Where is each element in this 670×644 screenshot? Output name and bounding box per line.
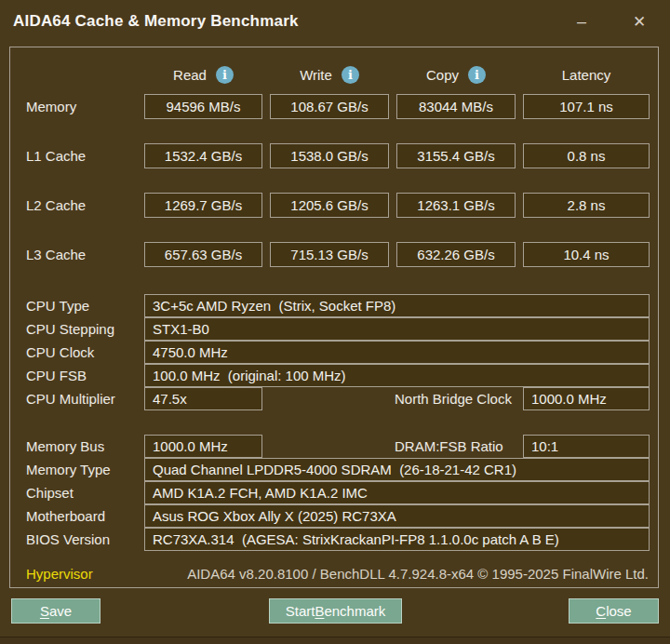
l3-write-value: 715.13 GB/s: [270, 242, 389, 267]
latency-header-label: Latency: [562, 67, 611, 83]
version-text: AIDA64 v8.20.8100 / BenchDLL 4.7.924.8-x…: [187, 564, 649, 584]
memory-type-label: Memory Type: [26, 458, 111, 481]
cpu-stepping-value: STX1-B0: [144, 317, 650, 341]
close-button[interactable]: Close: [569, 598, 659, 624]
chipset-value: AMD K1A.2 FCH, AMD K1A.2 IMC: [144, 481, 650, 504]
bios-version-value: RC73XA.314 (AGESA: StrixKrackanPI-FP8 1.…: [144, 528, 650, 551]
cpu-stepping-label: CPU Stepping: [26, 317, 114, 341]
close-icon: ✕: [633, 12, 646, 32]
motherboard-value: Asus ROG Xbox Ally X (2025) RC73XA: [144, 504, 650, 528]
write-info-icon[interactable]: i: [342, 66, 359, 84]
motherboard-label: Motherboard: [26, 504, 105, 528]
cpu-type-value: 3C+5c AMD Ryzen (Strix, Socket FP8): [144, 294, 650, 317]
l2-latency-value: 2.8 ns: [523, 193, 650, 218]
window-bottom-edge: [0, 637, 670, 644]
dram-fsb-ratio-value: 10:1: [523, 435, 650, 458]
cpu-clock-value: 4750.0 MHz: [144, 341, 650, 364]
l1-write-value: 1538.0 GB/s: [270, 143, 389, 168]
hypervisor-label: Hypervisor: [26, 564, 93, 584]
north-bridge-clock-value: 1000.0 MHz: [523, 387, 650, 410]
l1-latency-value: 0.8 ns: [523, 143, 650, 168]
title-bar: AIDA64 Cache & Memory Benchmark – ✕: [0, 0, 670, 43]
window-title: AIDA64 Cache & Memory Benchmark: [13, 0, 299, 43]
aida64-benchmark-window: AIDA64 Cache & Memory Benchmark – ✕ Read…: [0, 0, 670, 644]
read-info-icon[interactable]: i: [216, 66, 234, 84]
cpu-clock-label: CPU Clock: [26, 341, 94, 364]
memory-bus-label: Memory Bus: [26, 435, 104, 458]
minimize-icon: –: [577, 12, 586, 32]
column-header-latency: Latency: [523, 63, 650, 86]
cpu-multiplier-label: CPU Multiplier: [26, 387, 115, 410]
cpu-type-label: CPU Type: [26, 294, 89, 317]
start-benchmark-button[interactable]: Start Benchmark: [269, 598, 402, 624]
l1-copy-value: 3155.4 GB/s: [396, 143, 516, 168]
copy-header-label: Copy: [426, 67, 459, 83]
read-header-label: Read: [173, 67, 207, 83]
l3-latency-value: 10.4 ns: [523, 242, 650, 267]
memory-copy-value: 83044 MB/s: [396, 94, 516, 119]
column-header-copy: Copy i: [396, 63, 516, 86]
l2-row-label: L2 Cache: [26, 193, 86, 218]
l1-read-value: 1532.4 GB/s: [144, 143, 262, 168]
bios-version-label: BIOS Version: [26, 528, 110, 551]
l3-row-label: L3 Cache: [26, 242, 86, 267]
memory-bus-value: 1000.0 MHz: [144, 435, 262, 458]
cpu-fsb-label: CPU FSB: [26, 364, 87, 387]
l3-copy-value: 632.26 GB/s: [396, 242, 516, 267]
l2-read-value: 1269.7 GB/s: [144, 193, 262, 218]
cpu-fsb-value: 100.0 MHz (original: 100 MHz): [144, 364, 650, 387]
memory-write-value: 108.67 GB/s: [270, 94, 389, 119]
memory-type-value: Quad Channel LPDDR5-4000 SDRAM (26-18-21…: [144, 458, 650, 481]
memory-row-label: Memory: [26, 94, 76, 119]
write-header-label: Write: [300, 67, 332, 83]
memory-latency-value: 107.1 ns: [523, 94, 650, 119]
close-window-button[interactable]: ✕: [625, 0, 653, 43]
chipset-label: Chipset: [26, 481, 74, 504]
l1-row-label: L1 Cache: [26, 143, 86, 168]
column-header-write: Write i: [270, 63, 389, 86]
l2-write-value: 1205.6 GB/s: [270, 193, 389, 218]
cpu-multiplier-value: 47.5x: [144, 387, 262, 410]
l3-read-value: 657.63 GB/s: [144, 242, 262, 267]
column-header-read: Read i: [144, 63, 262, 86]
save-button[interactable]: Save: [11, 598, 100, 624]
dram-fsb-ratio-label: DRAM:FSB Ratio: [395, 435, 525, 458]
copy-info-icon[interactable]: i: [468, 66, 486, 84]
minimize-button[interactable]: –: [568, 0, 596, 43]
memory-read-value: 94596 MB/s: [144, 94, 262, 119]
l2-copy-value: 1263.1 GB/s: [396, 193, 516, 218]
north-bridge-clock-label: North Bridge Clock: [395, 387, 525, 410]
